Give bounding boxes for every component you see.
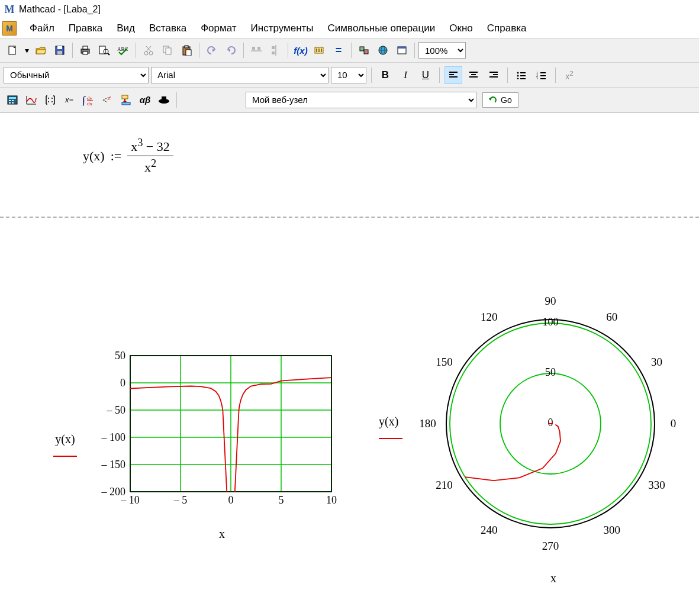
svg-text:≠: ≠ — [107, 95, 111, 102]
programming-palette-button[interactable] — [117, 91, 135, 109]
underline-button[interactable]: U — [417, 66, 434, 84]
svg-text:dx: dx — [87, 101, 93, 106]
svg-rect-58 — [9, 100, 11, 101]
format-toolbar: Обычный Arial 10 B I U 123 x2 — [0, 63, 699, 88]
font-size-select[interactable]: 10 — [331, 67, 366, 83]
svg-rect-60 — [9, 102, 11, 104]
calculate-button[interactable]: = — [330, 41, 347, 59]
window-title: Mathcad - [Laba_2] — [19, 4, 101, 15]
redo-button[interactable] — [222, 41, 240, 59]
svg-point-48 — [517, 78, 519, 79]
menu-view[interactable]: Вид — [109, 20, 142, 37]
insert-unit-button[interactable] — [311, 41, 328, 59]
svg-rect-57 — [9, 97, 16, 99]
insert-hyperlink-button[interactable] — [374, 41, 392, 59]
print-button[interactable] — [76, 41, 94, 59]
svg-point-75 — [159, 99, 169, 104]
svg-rect-14 — [166, 48, 171, 54]
menu-help[interactable]: Справка — [480, 20, 534, 37]
align-vertical-button[interactable] — [266, 41, 284, 59]
svg-text:∫: ∫ — [82, 94, 86, 106]
svg-rect-18 — [252, 47, 255, 50]
align-horizontal-button[interactable] — [247, 41, 265, 59]
polar-plot-region[interactable]: y(x) 03060901201501802102402703003300501… — [379, 285, 687, 570]
matrix-palette-button[interactable] — [41, 91, 59, 109]
new-file-button[interactable] — [4, 41, 21, 59]
italic-button[interactable]: I — [397, 66, 414, 84]
svg-point-46 — [517, 75, 519, 76]
svg-text:30: 30 — [651, 356, 662, 368]
graph-palette-button[interactable] — [22, 91, 40, 109]
svg-text:0: 0 — [671, 417, 677, 430]
calculus-palette-button[interactable]: ∫dydx — [79, 91, 97, 109]
save-button[interactable] — [51, 41, 69, 59]
undo-button[interactable] — [203, 41, 221, 59]
svg-rect-21 — [272, 46, 275, 49]
xy-plot-y-trace-indicator — [53, 454, 77, 457]
svg-text:<: < — [102, 96, 107, 105]
svg-rect-76 — [162, 96, 166, 99]
menu-insert[interactable]: Вставка — [142, 20, 194, 37]
font-select[interactable]: Arial — [151, 67, 328, 83]
svg-rect-19 — [257, 47, 260, 50]
svg-rect-13 — [163, 46, 169, 53]
cut-button[interactable] — [140, 41, 157, 59]
svg-text:– 50: – 50 — [107, 404, 126, 416]
svg-text:5: 5 — [279, 494, 284, 506]
svg-text:– 100: – 100 — [101, 431, 126, 443]
calculator-palette-button[interactable] — [4, 91, 21, 109]
new-dropdown-button[interactable]: ▾ — [22, 41, 31, 59]
insert-function-button[interactable]: f(x) — [292, 41, 310, 59]
spelling-button[interactable]: ABC — [114, 41, 132, 59]
align-center-button[interactable] — [465, 66, 482, 84]
math-toolbar: x= ∫dydx <≠ αβ Мой веб-узел Go — [0, 88, 699, 112]
greek-palette-button[interactable]: αβ — [136, 91, 154, 109]
symbolic-palette-button[interactable] — [155, 91, 173, 109]
go-button[interactable]: Go — [482, 92, 518, 108]
bullet-list-button[interactable] — [513, 66, 530, 84]
web-address-select[interactable]: Мой веб-узел — [246, 92, 476, 108]
svg-rect-74 — [122, 102, 130, 105]
copy-button[interactable] — [159, 41, 176, 59]
equation-lhs: y(x) — [83, 149, 105, 164]
evaluation-palette-button[interactable]: x= — [60, 91, 78, 109]
number-list-button[interactable]: 123 — [533, 66, 550, 84]
equation-fraction: x3 − 32 x2 — [127, 137, 173, 176]
svg-text:210: 210 — [436, 479, 453, 491]
menu-logo-icon: M — [2, 21, 17, 36]
align-right-button[interactable] — [485, 66, 502, 84]
xy-plot-y-label: y(x) — [55, 433, 75, 446]
boolean-palette-button[interactable]: <≠ — [98, 91, 116, 109]
svg-point-63 — [51, 98, 53, 99]
menubar: M Файл Правка Вид Вставка Формат Инструм… — [0, 19, 699, 38]
equation-region[interactable]: y(x) := x3 − 32 x2 — [83, 137, 173, 176]
style-select[interactable]: Обычный — [4, 67, 149, 83]
menu-edit[interactable]: Правка — [62, 20, 109, 37]
menu-window[interactable]: Окно — [442, 20, 480, 37]
print-preview-button[interactable] — [95, 41, 113, 59]
open-button[interactable] — [32, 41, 50, 59]
svg-text:270: 270 — [542, 540, 559, 552]
worksheet-canvas[interactable]: y(x) := x3 − 32 x2 y(x) – 10– 50510– 200… — [0, 112, 699, 615]
svg-line-9 — [108, 53, 109, 55]
polar-plot-x-label: x — [550, 572, 556, 585]
insert-component-button[interactable] — [355, 41, 373, 59]
superscript-button[interactable]: x2 — [561, 66, 578, 84]
xy-plot-svg: – 10– 50510– 200– 150– 100– 50050 — [130, 356, 331, 509]
menu-format[interactable]: Формат — [194, 20, 243, 37]
paste-button[interactable] — [178, 41, 195, 59]
align-left-button[interactable] — [444, 66, 462, 84]
zoom-select[interactable]: 100% — [418, 42, 466, 59]
menu-file[interactable]: Файл — [22, 20, 62, 37]
svg-text:90: 90 — [545, 295, 556, 307]
insert-object-button[interactable] — [393, 41, 411, 59]
svg-rect-29 — [364, 50, 368, 54]
app-logo-icon: M — [4, 4, 15, 15]
svg-point-11 — [144, 51, 148, 55]
menu-tools[interactable]: Инструменты — [244, 20, 321, 37]
bold-button[interactable]: B — [376, 66, 394, 84]
svg-rect-28 — [360, 47, 364, 51]
svg-text:180: 180 — [419, 417, 436, 430]
polar-plot-y-trace-indicator — [379, 437, 402, 439]
menu-symbolic[interactable]: Символьные операции — [321, 20, 443, 37]
